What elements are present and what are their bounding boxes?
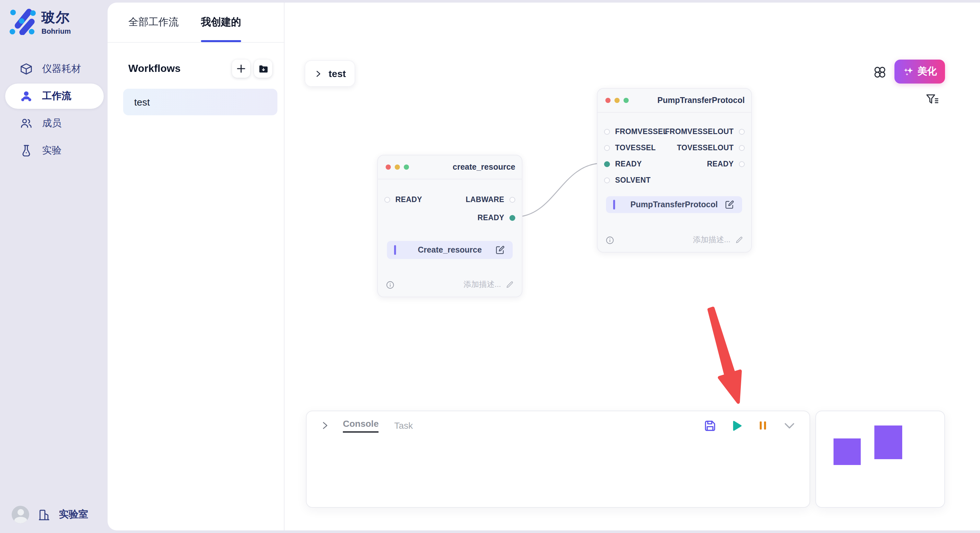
port-circle[interactable] [384,197,390,202]
clover-icon [873,65,886,79]
beautify-button[interactable]: 美化 [894,60,945,84]
pencil-icon [735,236,743,244]
port-output-ready[interactable]: READY [707,159,745,168]
node-pump-transfer-protocol[interactable]: PumpTransferProtocol FROMVESSEL TOVESSEL… [597,88,752,252]
tab-console[interactable]: Console [343,418,379,433]
port-circle[interactable] [509,197,515,202]
port-output-tovesselout[interactable]: TOVESSELOUT [677,143,745,152]
port-circle[interactable] [739,161,745,167]
add-description-placeholder: 添加描述... [463,279,501,290]
app-window: 玻尔 Bohrium 仪器耗材 [0,0,980,533]
port-circle-connected[interactable] [509,215,515,220]
sidebar-nav: 仪器耗材 工作流 [0,54,108,165]
info-icon[interactable] [605,235,614,244]
console-expand-icon[interactable] [320,420,330,431]
port-input-fromvessel[interactable]: FROMVESSEL [604,127,668,136]
port-input-ready[interactable]: READY [604,159,642,168]
sidebar-item-instruments[interactable]: 仪器耗材 [5,56,104,82]
add-workflow-button[interactable] [232,60,250,78]
port-label: TOVESSELOUT [677,144,734,152]
port-circle[interactable] [604,145,610,151]
node-action[interactable]: Create_resource [387,241,513,259]
traffic-green-dot [404,165,409,170]
node-action[interactable]: PumpTransferProtocol [606,196,742,213]
console-toolbar: Console Task [307,411,810,440]
workflows-title: Workflows [128,63,180,75]
sidebar-item-experiments[interactable]: 实验 [5,138,104,163]
traffic-yellow-dot [614,98,620,103]
tab-task[interactable]: Task [394,420,413,431]
traffic-green-dot [624,98,629,103]
import-folder-button[interactable] [254,60,272,78]
info-icon[interactable] [386,280,395,289]
node-title: PumpTransferProtocol [657,89,745,112]
lab-label[interactable]: 实验室 [59,508,88,521]
port-input-tovessel[interactable]: TOVESSEL [604,143,656,152]
pill-accent-bar [613,200,615,209]
traffic-lights [386,165,409,170]
port-label: TOVESSEL [615,144,656,152]
port-label: READY [395,195,422,203]
run-button[interactable] [729,418,743,433]
port-output-fromvesselout[interactable]: FROMVESSELOUT [665,127,745,136]
edit-icon[interactable] [495,245,505,255]
folder-download-icon [258,63,269,74]
node-footer: 添加描述... [386,279,514,290]
user-avatar[interactable] [12,506,29,523]
plus-icon [236,63,246,74]
port-circle[interactable] [604,128,610,134]
workflows-actions [232,60,272,78]
chevron-down-icon [782,418,797,433]
node-header: PumpTransferProtocol [598,89,751,113]
box-icon [19,62,33,76]
sidebar: 玻尔 Bohrium 仪器耗材 [0,0,108,533]
minimap[interactable] [815,411,945,508]
port-label: READY [477,214,504,222]
console-actions [703,418,797,433]
tab-my-created[interactable]: 我创建的 [201,3,241,42]
add-description[interactable]: 添加描述... [693,235,743,246]
sidebar-item-members[interactable]: 成员 [5,111,104,136]
brand-logo[interactable]: 玻尔 Bohrium [9,8,71,35]
node-action-label: PumpTransferProtocol [606,200,742,209]
port-label: READY [707,160,734,168]
tab-label: 全部工作流 [128,16,178,29]
breadcrumb[interactable]: test [305,60,355,87]
auto-layout-button[interactable] [872,64,887,80]
traffic-yellow-dot [395,165,400,170]
port-label: SOLVENT [615,176,651,184]
port-circle-connected[interactable] [604,161,610,167]
workflow-list-item-test[interactable]: test [123,89,277,115]
bohrium-logo-icon [9,8,36,35]
port-output-labware[interactable]: LABWARE [466,195,515,204]
filter-icon [925,92,939,106]
pill-accent-bar [394,245,396,255]
filter-button[interactable] [925,92,940,108]
collapse-panel-button[interactable] [782,418,797,433]
beautify-label: 美化 [918,65,937,78]
port-circle[interactable] [604,177,610,183]
port-circle[interactable] [739,128,745,134]
edit-icon[interactable] [725,200,734,209]
port-circle[interactable] [739,145,745,151]
members-icon [19,117,33,130]
port-label: FROMVESSELOUT [665,128,734,135]
traffic-red-dot [386,165,391,170]
pause-button[interactable] [756,418,770,433]
play-icon [730,419,743,432]
sidebar-item-workflow[interactable]: 工作流 [5,84,104,109]
add-description-placeholder: 添加描述... [693,235,730,246]
workflow-list-panel: 全部工作流 我创建的 Workflows [108,3,285,530]
save-button[interactable] [703,418,717,433]
port-input-solvent[interactable]: SOLVENT [604,176,651,185]
brand-text: 玻尔 Bohrium [41,8,71,35]
workflow-canvas[interactable]: test 美化 [284,3,980,530]
tab-all-workflows[interactable]: 全部工作流 [128,3,178,42]
node-header: create_resource [378,155,522,179]
sidebar-item-label: 工作流 [42,90,71,102]
node-create-resource[interactable]: create_resource READY LABWARE READY Crea… [377,155,522,297]
add-description[interactable]: 添加描述... [463,279,514,290]
port-output-ready[interactable]: READY [477,213,515,222]
pencil-icon [506,281,514,289]
port-input-ready[interactable]: READY [384,195,422,204]
